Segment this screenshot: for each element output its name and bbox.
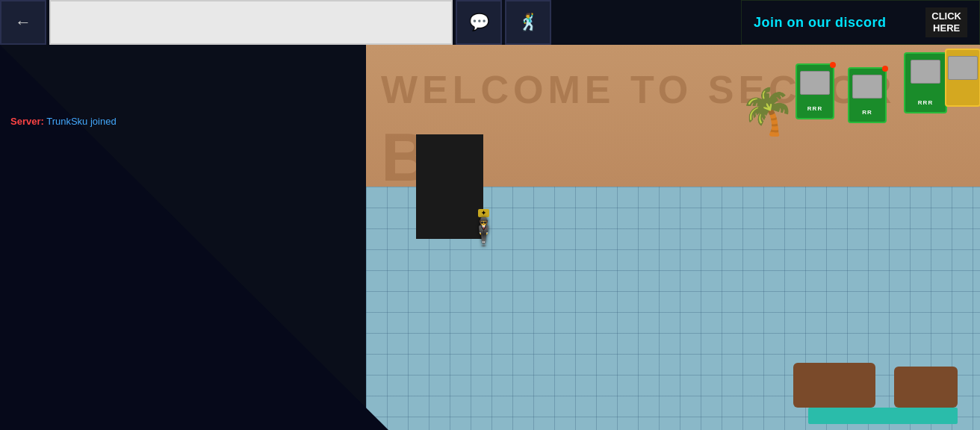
palm-tree: 🌴 xyxy=(739,90,796,134)
search-input[interactable] xyxy=(60,16,442,29)
player-body: 🕴 xyxy=(467,219,500,246)
server-label: Server: xyxy=(10,116,44,127)
slot-machine-4 xyxy=(945,49,980,107)
dark-overlay xyxy=(0,45,388,430)
chat-button[interactable]: 💬 xyxy=(456,0,502,45)
back-button[interactable]: ← xyxy=(0,0,46,45)
sofa-2 xyxy=(894,367,958,408)
click-here-button[interactable]: CLICKHERE xyxy=(925,7,967,37)
chat-icon: 💬 xyxy=(469,13,489,32)
discord-join-text: Join on our discord xyxy=(754,15,887,31)
discord-banner: Join on our discord CLICKHERE xyxy=(741,0,980,45)
player-character: ✦ 🕴 xyxy=(467,209,500,246)
game-world: WELCOME TO SECTOR B 🌴 RRR RR RRR ✦ 🕴 xyxy=(0,45,980,430)
emote-button[interactable]: 🕺 xyxy=(505,0,551,45)
teal-decoration xyxy=(808,408,958,424)
sofa-1 xyxy=(793,363,875,408)
server-message: Server: TrunkSku joined xyxy=(10,116,117,127)
emote-icon: 🕺 xyxy=(518,13,539,32)
slot-machine-2: RR xyxy=(848,67,887,123)
back-icon: ← xyxy=(15,13,31,32)
search-bar xyxy=(49,0,453,45)
server-message-text: TrunkSku joined xyxy=(46,116,116,127)
slot-machine-3: RRR xyxy=(904,52,947,113)
slot-machine-1: RRR xyxy=(796,63,834,119)
